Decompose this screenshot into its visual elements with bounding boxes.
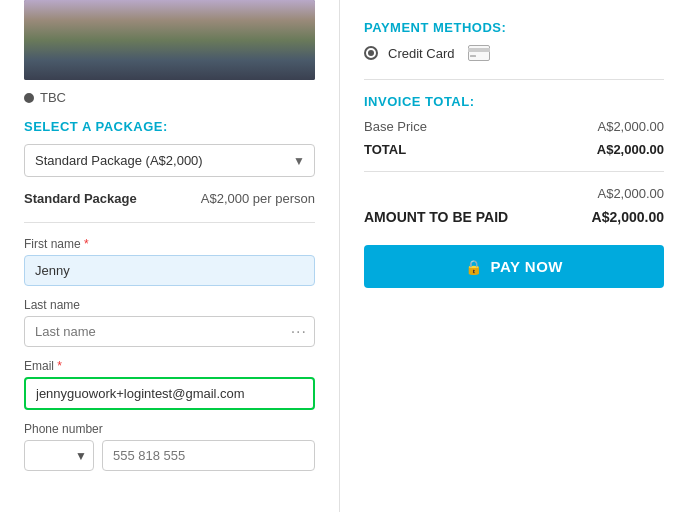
email-required-star: * [57, 359, 62, 373]
select-package-title: SELECT A PACKAGE: [24, 119, 315, 134]
subtotal-value: A$2,000.00 [597, 186, 664, 201]
phone-row: ▼ [24, 440, 315, 471]
pay-now-label: PAY NOW [491, 258, 563, 275]
phone-country-arrow-icon: ▼ [75, 449, 87, 463]
hero-image [24, 0, 315, 80]
invoice-title: INVOICE TOTAL: [364, 94, 664, 109]
package-name: Standard Package [24, 191, 137, 206]
payment-section: PAYMENT METHODS: Credit Card [364, 20, 664, 61]
base-price-row: Base Price A$2,000.00 [364, 119, 664, 134]
last-name-input-wrapper: ··· [24, 316, 315, 347]
svg-rect-1 [468, 48, 490, 52]
credit-card-icon [468, 45, 490, 61]
phone-group: Phone number ▼ [24, 422, 315, 471]
amount-paid-label: AMOUNT TO BE PAID [364, 209, 508, 225]
package-select-wrapper: Standard Package (A$2,000) ▼ [24, 144, 315, 177]
first-name-input[interactable] [24, 255, 315, 286]
required-star: * [84, 237, 89, 251]
phone-label: Phone number [24, 422, 315, 436]
first-name-label: First name * [24, 237, 315, 251]
tbc-label: TBC [40, 90, 66, 105]
base-price-value: A$2,000.00 [597, 119, 664, 134]
amount-paid-row: AMOUNT TO BE PAID A$2,000.00 [364, 209, 664, 225]
phone-input[interactable] [102, 440, 315, 471]
tbc-radio [24, 93, 34, 103]
divider-right-1 [364, 79, 664, 80]
tbc-row: TBC [24, 90, 315, 105]
package-info-row: Standard Package A$2,000 per person [24, 191, 315, 206]
divider-right-2 [364, 171, 664, 172]
svg-rect-0 [469, 46, 490, 61]
payment-label-row: Credit Card [364, 45, 664, 61]
base-price-label: Base Price [364, 119, 427, 134]
left-panel: TBC SELECT A PACKAGE: Standard Package (… [0, 0, 340, 512]
email-label: Email * [24, 359, 315, 373]
svg-rect-2 [470, 55, 476, 57]
pay-now-button[interactable]: 🔒 PAY NOW [364, 245, 664, 288]
credit-card-radio[interactable] [364, 46, 378, 60]
total-value: A$2,000.00 [597, 142, 664, 157]
right-panel: PAYMENT METHODS: Credit Card INVOICE TOT… [340, 0, 688, 512]
last-name-group: Last name ··· [24, 298, 315, 347]
first-name-group: First name * [24, 237, 315, 286]
email-group: Email * [24, 359, 315, 410]
divider-1 [24, 222, 315, 223]
invoice-section: INVOICE TOTAL: Base Price A$2,000.00 TOT… [364, 94, 664, 157]
total-row: TOTAL A$2,000.00 [364, 142, 664, 157]
package-price: A$2,000 per person [201, 191, 315, 206]
payment-methods-title: PAYMENT METHODS: [364, 20, 664, 35]
amount-paid-value: A$2,000.00 [592, 209, 664, 225]
last-name-label: Last name [24, 298, 315, 312]
lock-icon: 🔒 [465, 259, 483, 275]
email-input[interactable] [24, 377, 315, 410]
package-select[interactable]: Standard Package (A$2,000) [24, 144, 315, 177]
dots-icon: ··· [291, 323, 307, 341]
last-name-input[interactable] [24, 316, 315, 347]
subtotal-row: A$2,000.00 [364, 186, 664, 201]
credit-card-label: Credit Card [388, 46, 454, 61]
phone-country-selector[interactable]: ▼ [24, 440, 94, 471]
total-label: TOTAL [364, 142, 406, 157]
